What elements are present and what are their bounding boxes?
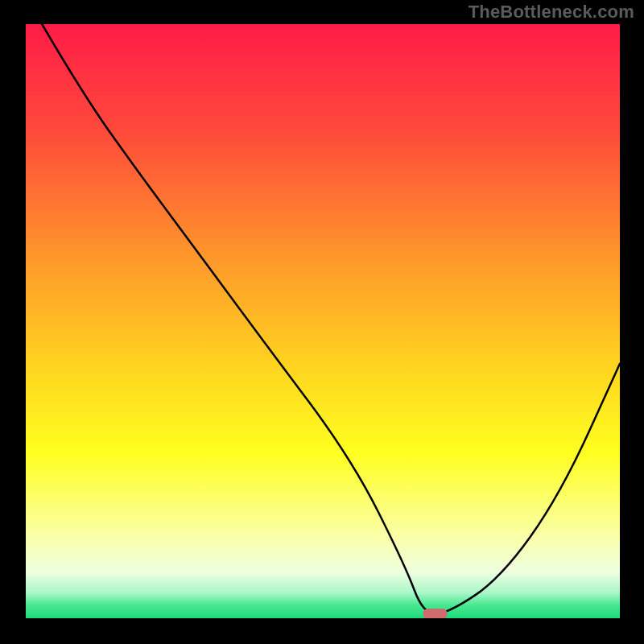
- chart-frame: TheBottleneck.com: [0, 0, 644, 644]
- bottleneck-chart: [0, 0, 644, 644]
- watermark-text: TheBottleneck.com: [469, 2, 634, 23]
- optimal-marker: [423, 609, 448, 619]
- plot-background: [24, 24, 620, 620]
